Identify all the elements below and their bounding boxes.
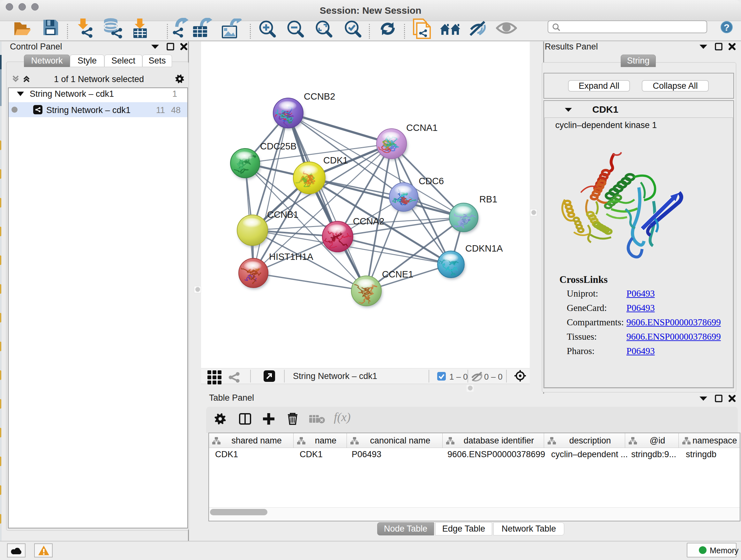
svg-text:CDK1: CDK1	[323, 155, 348, 165]
svg-text:RB1: RB1	[479, 194, 497, 204]
svg-text:CCNB2: CCNB2	[304, 91, 335, 102]
svg-text:CDKN1A: CDKN1A	[465, 243, 503, 253]
svg-text:CCNA2: CCNA2	[353, 216, 384, 226]
svg-text:CCNE1: CCNE1	[382, 269, 413, 279]
svg-text:CDC6: CDC6	[419, 176, 444, 186]
svg-text:HIST1H1A: HIST1H1A	[269, 252, 313, 262]
svg-text:CDC25B: CDC25B	[260, 141, 296, 151]
svg-text:CCNB1: CCNB1	[267, 209, 298, 220]
svg-text:CCNA1: CCNA1	[406, 123, 437, 133]
